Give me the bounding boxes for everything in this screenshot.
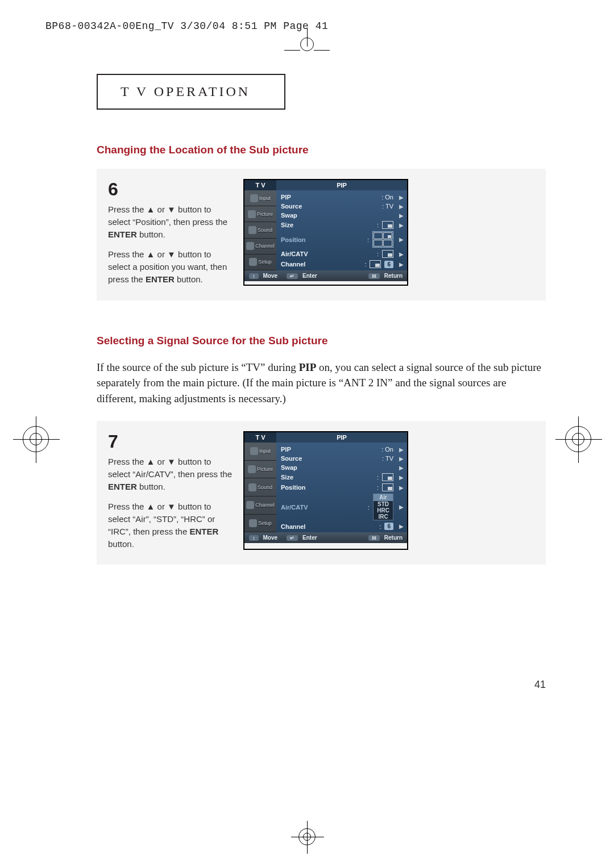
- move-key-icon: ↕: [249, 273, 259, 279]
- move-key-icon: ↕: [249, 535, 259, 541]
- sound-icon: [248, 226, 256, 234]
- aircatv-popup: Air STD HRC IRC: [373, 494, 393, 520]
- position-pip-icon: [382, 483, 393, 491]
- arrow-right-icon: ▶: [399, 504, 404, 510]
- osd7-row-position: Position: [281, 484, 305, 491]
- arrow-right-icon: ▶: [399, 523, 404, 529]
- setup-icon: [249, 258, 257, 266]
- sound-icon: [248, 483, 256, 491]
- section-title-text-c: PERATION: [166, 84, 250, 99]
- osd7-tab-sound: Sound: [244, 478, 276, 496]
- left-registration-mark: [23, 426, 49, 452]
- page-number: 41: [534, 679, 546, 691]
- osd6-tab-channel: Channel: [244, 239, 276, 254]
- step-6-p1c: button.: [137, 229, 165, 239]
- osd7-row-pip-val: : On: [381, 446, 393, 453]
- step-6-p2c: button.: [175, 274, 203, 284]
- step-6-p2b: ENTER: [146, 274, 175, 284]
- osd7-bottom-return: Return: [384, 535, 403, 541]
- arrow-right-icon: ▶: [399, 251, 404, 257]
- step-7-p2c: button.: [108, 539, 134, 549]
- osd6-title-left: T V: [244, 180, 276, 190]
- osd6-row-swap: Swap: [281, 212, 297, 219]
- return-key-icon: III: [368, 273, 380, 279]
- osd6-row-pip-val: : On: [381, 194, 393, 201]
- body2-b: PIP: [299, 361, 317, 373]
- arrow-right-icon: ▶: [399, 203, 404, 210]
- osd7-tab-channel-label: Channel: [255, 502, 275, 508]
- osd6-tab-sound: Sound: [244, 222, 276, 238]
- picture-icon: [248, 465, 256, 473]
- osd7-row-aircatv: Air/CATV: [281, 504, 308, 511]
- osd7-tab-setup-label: Setup: [258, 520, 272, 526]
- osd7-tab-picture-label: Picture: [257, 466, 273, 472]
- section-title: T V OPERATION: [97, 74, 285, 110]
- arrow-right-icon: ▶: [399, 194, 404, 201]
- arrow-right-icon: ▶: [399, 485, 404, 491]
- body2-a: If the source of the sub picture is “TV”…: [97, 361, 299, 373]
- step-6-p1b: ENTER: [108, 229, 137, 239]
- size-pip-icon: [382, 473, 393, 481]
- osd7-bottom-move: Move: [263, 535, 278, 541]
- osd7-row-pip: PIP: [281, 446, 291, 453]
- step-7-p2b: ENTER: [189, 527, 218, 536]
- osd7-row-swap: Swap: [281, 464, 297, 471]
- arrow-right-icon: ▶: [399, 236, 404, 243]
- osd6-tab-setup-label: Setup: [258, 259, 272, 265]
- step-6-p1a: Press the ▲ or ▼ button to select “Posit…: [108, 205, 227, 227]
- osd6-row-pip: PIP: [281, 194, 291, 201]
- input-icon: [250, 194, 258, 202]
- aircatv-opt-air: Air: [374, 494, 393, 501]
- osd6-row-channel: Channel: [281, 261, 305, 268]
- step-7-p1c: button.: [137, 482, 165, 491]
- osd6-row-position: Position: [281, 236, 305, 243]
- section-title-text-b: O: [154, 84, 166, 99]
- enter-key-icon: ↵: [287, 273, 298, 279]
- osd7-row-source: Source: [281, 455, 302, 462]
- channel-icon: [246, 242, 254, 250]
- step-6-number: 6: [108, 179, 233, 200]
- return-key-icon: III: [368, 535, 380, 541]
- osd7-tab-sound-label: Sound: [258, 485, 272, 490]
- osd6-row-aircatv: Air/CATV: [281, 251, 308, 257]
- arrow-right-icon: ▶: [399, 222, 404, 228]
- osd6-tab-input-label: Input: [259, 195, 271, 201]
- arrow-right-icon: ▶: [399, 474, 404, 481]
- osd7-title-right: PIP: [276, 432, 407, 443]
- osd6-tab-setup: Setup: [244, 254, 276, 270]
- osd6-row-source-val: : TV: [382, 203, 393, 210]
- osd7-tab-input: Input: [244, 443, 276, 461]
- position-selector-icon: [372, 231, 393, 248]
- osd6-bottom-move: Move: [263, 273, 278, 279]
- step-7-p1a: Press the ▲ or ▼ button to select “Air/C…: [108, 457, 232, 479]
- osd6-tab-channel-label: Channel: [255, 243, 275, 249]
- setup-icon: [249, 519, 257, 527]
- heading-selecting-signal: Selecting a Signal Source for the Sub pi…: [97, 335, 546, 347]
- heading-changing-location: Changing the Location of the Sub picture: [97, 144, 546, 156]
- osd6-bottom-enter: Enter: [302, 273, 317, 279]
- osd7-tab-channel: Channel: [244, 496, 276, 515]
- osd7-bottom-enter: Enter: [302, 535, 317, 541]
- aircatv-opt-irc: IRC: [378, 514, 388, 520]
- step-7-number: 7: [108, 431, 233, 452]
- osd6-bottom-return: Return: [384, 273, 403, 279]
- step-6-para-2: Press the ▲ or ▼ button to select a posi…: [108, 248, 233, 285]
- osd7-tab-picture: Picture: [244, 461, 276, 479]
- osd-menu-step6: T V PIP Input Picture Sound Channel Setu…: [243, 179, 408, 286]
- arrow-right-icon: ▶: [399, 446, 404, 453]
- step-7-p1b: ENTER: [108, 482, 137, 491]
- bottom-registration-mark: [298, 828, 316, 845]
- osd-menu-step7: T V PIP Input Picture Sound Channel Setu…: [243, 431, 408, 550]
- section-title-text-a: T V: [121, 84, 154, 99]
- step-6-para-1: Press the ▲ or ▼ button to select “Posit…: [108, 203, 233, 240]
- arrow-right-icon: ▶: [399, 212, 404, 219]
- input-icon: [250, 447, 258, 455]
- aircatv-icon: [382, 250, 393, 258]
- step-7-para-1: Press the ▲ or ▼ button to select “Air/C…: [108, 456, 233, 493]
- step-7-para-2: Press the ▲ or ▼ button to select “Air”,…: [108, 500, 233, 550]
- size-pip-icon: [382, 221, 393, 229]
- signal-source-paragraph: If the source of the sub picture is “TV”…: [97, 360, 546, 407]
- osd6-tab-input: Input: [244, 190, 276, 206]
- osd7-channel-num: 6: [384, 523, 393, 530]
- step-7-block: 7 Press the ▲ or ▼ button to select “Air…: [97, 421, 546, 565]
